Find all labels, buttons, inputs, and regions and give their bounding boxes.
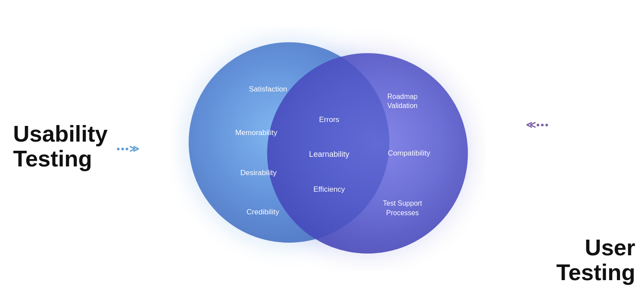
- svg-text:Efficiency: Efficiency: [313, 185, 345, 193]
- right-title-line2: Testing: [539, 260, 635, 285]
- svg-text:Processes: Processes: [386, 209, 419, 217]
- svg-text:Errors: Errors: [319, 115, 339, 124]
- venn-diagram: Satisfaction Memorability Desirability C…: [171, 27, 485, 271]
- dot-1: [117, 148, 120, 150]
- dot-purple-2: [541, 124, 544, 126]
- right-title-line1: User: [539, 235, 635, 260]
- svg-text:Memorability: Memorability: [235, 129, 277, 137]
- right-title: User Testing: [539, 235, 635, 285]
- svg-text:Learnability: Learnability: [309, 150, 349, 159]
- left-title-line1: Usability: [13, 122, 118, 146]
- arrow-left-icon: ≪: [526, 119, 536, 131]
- left-arrow: ≫: [117, 143, 139, 155]
- right-dots: [537, 124, 548, 126]
- left-title: Usability Testing: [13, 122, 118, 171]
- page-container: Usability Testing User Testing ≫ ≪: [0, 0, 644, 298]
- right-arrow: ≪: [526, 119, 548, 131]
- arrow-right-icon: ≫: [129, 143, 139, 155]
- dot-3: [126, 148, 128, 150]
- dot-purple-1: [537, 124, 539, 126]
- svg-text:Test Support: Test Support: [383, 200, 422, 207]
- svg-text:Credibility: Credibility: [247, 208, 279, 216]
- svg-text:Desirability: Desirability: [240, 169, 277, 177]
- svg-text:Satisfaction: Satisfaction: [249, 85, 287, 93]
- svg-text:Roadmap: Roadmap: [387, 93, 418, 100]
- svg-text:Compatibility: Compatibility: [388, 149, 431, 157]
- svg-text:Validation: Validation: [387, 102, 418, 109]
- left-dots: [117, 148, 128, 150]
- dot-purple-3: [545, 124, 548, 126]
- dot-2: [121, 148, 124, 150]
- left-title-line2: Testing: [13, 146, 118, 171]
